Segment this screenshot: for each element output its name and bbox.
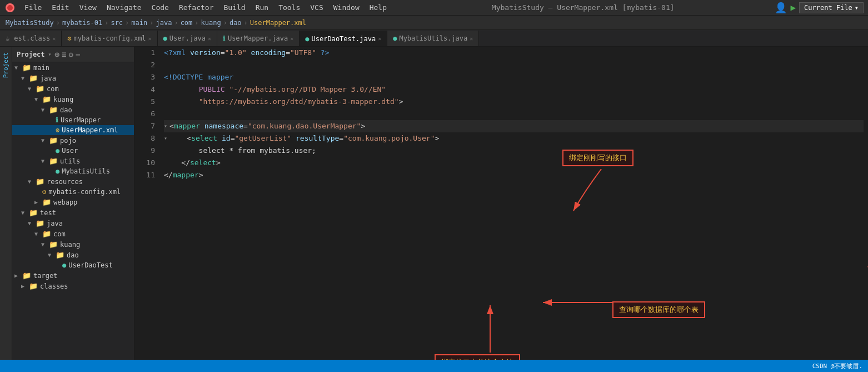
run-config-dropdown[interactable]: Current File ▾ bbox=[799, 2, 864, 13]
tree-item-UserDaoTest[interactable]: ●UserDaoTest bbox=[12, 260, 134, 270]
tree-arrow-main: ▼ bbox=[14, 65, 22, 71]
code-editor[interactable]: 1234567891011 <?xml version="1.0" encodi… bbox=[134, 47, 868, 181]
menu-run[interactable]: Run bbox=[251, 2, 273, 13]
tree-item-java2[interactable]: ▼📁java bbox=[12, 218, 134, 229]
tree-item-dao2[interactable]: ▼📁dao bbox=[12, 250, 134, 260]
menu-file[interactable]: File bbox=[20, 2, 46, 13]
tab-mybatisutils-java[interactable]: ● MybatisUtils.java ✕ bbox=[387, 31, 479, 46]
tree-item-main[interactable]: ▼📁main bbox=[12, 62, 134, 73]
tree-item-test[interactable]: ▼📁test bbox=[12, 207, 134, 218]
menu-edit[interactable]: Edit bbox=[47, 2, 73, 13]
menu-code[interactable]: Code bbox=[147, 2, 173, 13]
editor-wrapper: 1234567891011 <?xml version="1.0" encodi… bbox=[134, 47, 868, 360]
tree-item-UserMapper[interactable]: ℹUserMapper bbox=[12, 115, 134, 125]
code-content-6 bbox=[164, 108, 168, 120]
tree-item-dao[interactable]: ▼📁dao bbox=[12, 105, 134, 115]
tree-item-java[interactable]: ▼📁java bbox=[12, 73, 134, 83]
breadcrumb-part-2[interactable]: src bbox=[111, 19, 123, 27]
tabbar: ☕ est.class ✕ ⚙ mybatis-config.xml ✕ ● U… bbox=[0, 30, 868, 47]
menu-tools[interactable]: Tools bbox=[274, 2, 305, 13]
tree-arrow-java2: ▼ bbox=[28, 220, 36, 226]
code-content-5: "https://mybatis.org/dtd/mybatis-3-mappe… bbox=[164, 96, 403, 108]
tree-label-java2: java bbox=[47, 220, 63, 227]
tab-close-mybatis-config[interactable]: ✕ bbox=[148, 36, 152, 42]
line-numbers: 1234567891011 bbox=[134, 47, 159, 181]
fold-indicator-8[interactable]: ▾ bbox=[164, 132, 167, 145]
sidebar-locate-icon[interactable]: ⊕ bbox=[55, 50, 59, 59]
folder-icon-pojo: 📁 bbox=[49, 136, 58, 145]
tab-close-est-class[interactable]: ✕ bbox=[52, 36, 56, 42]
tree-label-pojo: pojo bbox=[60, 137, 76, 145]
code-content-4: PUBLIC "-//mybatis.org//DTD Mapper 3.0//… bbox=[164, 83, 386, 96]
breadcrumb-part-1[interactable]: mybatis-01 bbox=[62, 19, 102, 27]
tree-label-utils: utils bbox=[60, 157, 80, 165]
tree-item-com[interactable]: ▼📁com bbox=[12, 83, 134, 94]
sidebar-dropdown-arrow[interactable]: ▾ bbox=[48, 51, 52, 57]
tab-user-java[interactable]: ● User.java ✕ bbox=[158, 31, 217, 46]
menu-navigate[interactable]: Navigate bbox=[102, 2, 146, 13]
folder-icon-java: 📁 bbox=[29, 74, 38, 82]
tree-arrow-kuang2: ▼ bbox=[41, 241, 49, 247]
tab-userdaotest-java[interactable]: ● UserDaoTest.java ✕ bbox=[300, 31, 387, 46]
menu-build[interactable]: Build bbox=[220, 2, 250, 13]
menu-window[interactable]: Window bbox=[329, 2, 364, 13]
menu-vcs[interactable]: VCS bbox=[306, 2, 327, 13]
tree-item-webapp[interactable]: ▶📁webapp bbox=[12, 197, 134, 207]
tree-item-utils[interactable]: ▼📁utils bbox=[12, 156, 134, 166]
tab-close-usermapper-java[interactable]: ✕ bbox=[290, 36, 293, 42]
code-content-11: </mapper> bbox=[164, 169, 203, 181]
tree-item-target[interactable]: ▶📁target bbox=[12, 270, 134, 281]
breadcrumb-part-5[interactable]: com bbox=[181, 19, 193, 27]
tree-item-User[interactable]: ●User bbox=[12, 146, 134, 156]
folder-icon-kuang: 📁 bbox=[42, 95, 51, 103]
breadcrumb-part-8[interactable]: UserMapper.xml bbox=[250, 19, 306, 27]
tree-item-mybatis-config.xml[interactable]: ⚙mybatis-config.xml bbox=[12, 187, 134, 197]
tree-item-com2[interactable]: ▼📁com bbox=[12, 229, 134, 239]
folder-icon-dao: 📁 bbox=[49, 106, 58, 114]
vtab-project[interactable]: Project bbox=[1, 49, 11, 81]
tree-label-test: test bbox=[40, 209, 56, 217]
sidebar-settings-icon[interactable]: ⚙ bbox=[68, 50, 73, 59]
tab-label-est-class: est.class bbox=[14, 34, 50, 42]
run-button[interactable]: ▶ bbox=[790, 2, 796, 13]
tree-item-MybatisUtils[interactable]: ●MybatisUtils bbox=[12, 166, 134, 176]
fold-indicator-7[interactable]: ▾ bbox=[164, 120, 167, 132]
breadcrumb-part-6[interactable]: kuang bbox=[201, 19, 221, 27]
menu-refactor[interactable]: Refactor bbox=[174, 2, 218, 13]
code-content-2 bbox=[164, 59, 168, 71]
class-file-icon: ☕ bbox=[6, 34, 9, 42]
code-lines[interactable]: <?xml version="1.0" encoding="UTF8" ?> <… bbox=[159, 47, 868, 181]
tree-item-UserMapper.xml[interactable]: ⚙UserMapper.xml bbox=[12, 125, 134, 135]
user-icon[interactable]: 👤 bbox=[775, 2, 787, 13]
folder-icon-kuang2: 📁 bbox=[49, 240, 58, 249]
tab-close-mybatisutils-java[interactable]: ✕ bbox=[470, 36, 473, 42]
tab-close-user-java[interactable]: ✕ bbox=[208, 36, 211, 42]
tree-item-kuang2[interactable]: ▼📁kuang bbox=[12, 239, 134, 250]
tree-item-resources[interactable]: ▼📁resources bbox=[12, 176, 134, 187]
breadcrumb-part-7[interactable]: dao bbox=[230, 19, 242, 27]
tab-est-class[interactable]: ☕ est.class ✕ bbox=[0, 31, 62, 46]
breadcrumb-part-3[interactable]: main bbox=[131, 19, 147, 27]
tab-mybatis-config[interactable]: ⚙ mybatis-config.xml ✕ bbox=[62, 31, 157, 46]
code-line-6 bbox=[164, 108, 864, 120]
project-tree: ▼📁main▼📁java▼📁com▼📁kuang▼📁dao ℹUserMappe… bbox=[12, 62, 134, 291]
annotation-query-table: 查询哪个数据库的哪个表 bbox=[612, 301, 705, 318]
tree-arrow-webapp: ▶ bbox=[34, 199, 42, 205]
tree-label-mybatis-config.xml: mybatis-config.xml bbox=[48, 188, 121, 196]
xml-file-icon-config: ⚙ bbox=[67, 34, 71, 42]
breadcrumb-part-0[interactable]: MybatisStudy bbox=[6, 19, 54, 27]
folder-icon-utils: 📁 bbox=[49, 157, 58, 165]
tab-close-userdaotest-java[interactable]: ✕ bbox=[378, 36, 381, 42]
tree-arrow-classes: ▶ bbox=[21, 283, 29, 289]
tree-item-pojo[interactable]: ▼📁pojo bbox=[12, 135, 134, 146]
menu-help[interactable]: Help bbox=[365, 2, 391, 13]
tree-label-kuang: kuang bbox=[53, 96, 73, 103]
sidebar-collapse-icon[interactable]: ≡ bbox=[62, 50, 66, 59]
tab-usermapper-java[interactable]: ℹ UserMapper.java ✕ bbox=[217, 31, 300, 46]
breadcrumb-part-4[interactable]: java bbox=[156, 19, 172, 27]
menu-view[interactable]: View bbox=[75, 2, 101, 13]
sidebar-minus-icon[interactable]: − bbox=[76, 50, 80, 59]
tree-label-resources: resources bbox=[47, 178, 83, 186]
tree-item-classes[interactable]: ▶📁classes bbox=[12, 281, 134, 291]
tree-item-kuang[interactable]: ▼📁kuang bbox=[12, 94, 134, 105]
